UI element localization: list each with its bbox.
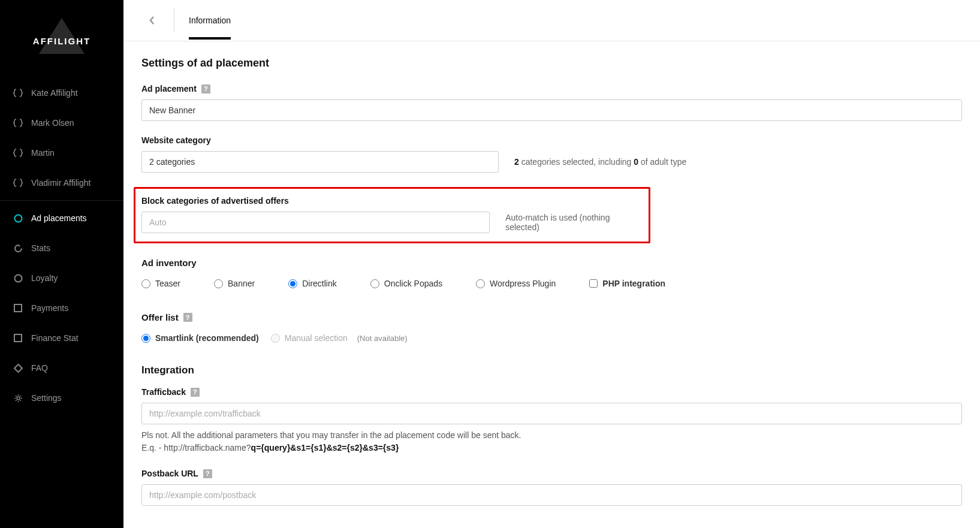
main-content: Information Settings of ad placement Ad … xyxy=(123,0,980,528)
radio-input[interactable] xyxy=(370,279,379,288)
gear-icon xyxy=(13,393,23,403)
row: 2 categories 2 categories selected, incl… xyxy=(141,151,962,173)
sidebar-nav-label: Settings xyxy=(31,393,62,403)
hint-adult-count: 0 xyxy=(634,157,638,167)
refresh-icon xyxy=(13,243,23,253)
sidebar-nav-label: Ad placements xyxy=(31,213,87,223)
sidebar-nav-label: FAQ xyxy=(31,363,48,373)
radio-teaser[interactable]: Teaser xyxy=(141,279,180,288)
square-icon xyxy=(13,333,23,343)
sidebar-user-label: Martin xyxy=(31,148,55,158)
sidebar-user-vladimir[interactable]: Vladimir Affilight xyxy=(0,168,123,198)
radio-banner[interactable]: Banner xyxy=(214,279,255,288)
sidebar-nav-finance-stat[interactable]: Finance Stat xyxy=(0,323,123,353)
field-label: Postback URL ? xyxy=(141,469,962,478)
sidebar-nav-faq[interactable]: FAQ xyxy=(0,353,123,383)
sidebar-user-label: Vladimir Affilight xyxy=(31,178,91,188)
radio-smartlink[interactable]: Smartlink (recommended) xyxy=(141,333,259,343)
sidebar-user-label: Mark Olsen xyxy=(31,118,74,128)
hint-count: 2 xyxy=(514,157,519,167)
radio-label: Banner xyxy=(228,279,255,288)
content: Settings of ad placement Ad placement ? … xyxy=(123,41,980,528)
sidebar-nav-settings[interactable]: Settings xyxy=(0,383,123,413)
field-postback: Postback URL ? xyxy=(141,469,962,506)
note-line2-prefix: E.q. - http://trafficback.name? xyxy=(141,443,251,452)
tab-label: Information xyxy=(189,16,231,25)
radio-label: Smartlink (recommended) xyxy=(155,333,259,343)
note-line1: Pls not. All the additional parameters t… xyxy=(141,430,521,440)
page-title: Settings of ad placement xyxy=(141,57,962,70)
field-label: Trafficback ? xyxy=(141,387,962,397)
radio-input[interactable] xyxy=(476,279,485,288)
braces-icon xyxy=(13,178,23,188)
field-website-category: Website category 2 categories 2 categori… xyxy=(141,135,962,173)
svg-point-4 xyxy=(17,397,20,400)
svg-point-0 xyxy=(14,215,22,222)
tab-information[interactable]: Information xyxy=(189,1,231,40)
hint-suffix: of adult type xyxy=(638,157,686,167)
not-available-text: (Not available) xyxy=(357,334,408,343)
field-label: Block categories of advertised offers xyxy=(141,196,643,206)
checkbox-label: PHP integration xyxy=(602,279,665,288)
radio-input[interactable] xyxy=(214,279,223,288)
sidebar-nav-ad-placements[interactable]: Ad placements xyxy=(0,203,123,233)
radio-input xyxy=(271,334,280,343)
ad-inventory-title: Ad inventory xyxy=(141,258,962,268)
radio-label: Wordpress Plugin xyxy=(490,279,556,288)
postback-input[interactable] xyxy=(141,484,962,506)
radio-onclick-popads[interactable]: Onclick Popads xyxy=(370,279,442,288)
topbar: Information xyxy=(123,0,980,41)
sidebar-nav-label: Stats xyxy=(31,243,50,253)
row: Auto Auto-match is used (nothing selecte… xyxy=(141,212,643,233)
sidebar-nav-payments[interactable]: Payments xyxy=(0,293,123,323)
diamond-icon xyxy=(13,363,23,373)
label-text: Postback URL xyxy=(141,469,198,478)
offer-list-options: Smartlink (recommended) Manual selection… xyxy=(141,333,962,343)
radio-input[interactable] xyxy=(141,279,150,288)
braces-icon xyxy=(13,118,23,128)
tab-divider xyxy=(174,8,174,32)
checkbox-input[interactable] xyxy=(589,279,598,288)
help-icon[interactable]: ? xyxy=(183,313,192,322)
sidebar-user-mark[interactable]: Mark Olsen xyxy=(0,108,123,138)
back-button[interactable] xyxy=(141,10,163,31)
ad-placement-input[interactable] xyxy=(141,99,962,121)
help-icon[interactable]: ? xyxy=(201,85,210,93)
sidebar-user-martin[interactable]: Martin xyxy=(0,138,123,168)
radio-input[interactable] xyxy=(141,334,150,343)
circle-icon xyxy=(13,213,23,223)
website-category-select[interactable]: 2 categories xyxy=(141,151,499,173)
trafficback-note: Pls not. All the additional parameters t… xyxy=(141,429,962,454)
radio-directlink[interactable]: Directlink xyxy=(288,279,337,288)
logo-text: AFFILIGHT xyxy=(33,36,91,46)
svg-rect-2 xyxy=(14,304,22,312)
radio-wordpress-plugin[interactable]: Wordpress Plugin xyxy=(476,279,556,288)
sidebar-nav-label: Payments xyxy=(31,303,68,313)
help-icon[interactable]: ? xyxy=(191,388,200,397)
hint-mid: categories selected, including xyxy=(519,157,634,167)
circle-open-icon xyxy=(13,273,23,283)
block-categories-select[interactable]: Auto xyxy=(141,212,490,233)
sidebar-nav-stats[interactable]: Stats xyxy=(0,233,123,263)
label-text: Block categories of advertised offers xyxy=(141,196,289,206)
sidebar-user-kate[interactable]: Kate Affilight xyxy=(0,78,123,108)
radio-label: Manual selection xyxy=(285,333,348,343)
square-icon xyxy=(13,303,23,313)
radio-input[interactable] xyxy=(288,279,297,288)
radio-label: Directlink xyxy=(302,279,337,288)
highlighted-block-categories: Block categories of advertised offers Au… xyxy=(134,187,650,243)
help-icon[interactable]: ? xyxy=(203,469,212,478)
checkbox-php-integration[interactable]: PHP integration xyxy=(589,279,665,288)
label-text: Website category xyxy=(141,135,211,145)
label-text: Trafficback xyxy=(141,387,186,397)
note-line2-bold: q={query}&s1={s1}&s2={s2}&s3={s3} xyxy=(251,443,399,452)
sidebar-nav-loyalty[interactable]: Loyalty xyxy=(0,263,123,293)
label-text: Ad placement xyxy=(141,84,197,93)
radio-label: Teaser xyxy=(155,279,180,288)
radio-manual-selection: Manual selection xyxy=(271,333,348,343)
block-categories-hint: Auto-match is used (nothing selected) xyxy=(505,213,643,232)
sidebar-nav-label: Loyalty xyxy=(31,273,58,283)
field-trafficback: Trafficback ? Pls not. All the additiona… xyxy=(141,387,962,454)
sidebar-nav-label: Finance Stat xyxy=(31,333,79,343)
trafficback-input[interactable] xyxy=(141,403,962,424)
